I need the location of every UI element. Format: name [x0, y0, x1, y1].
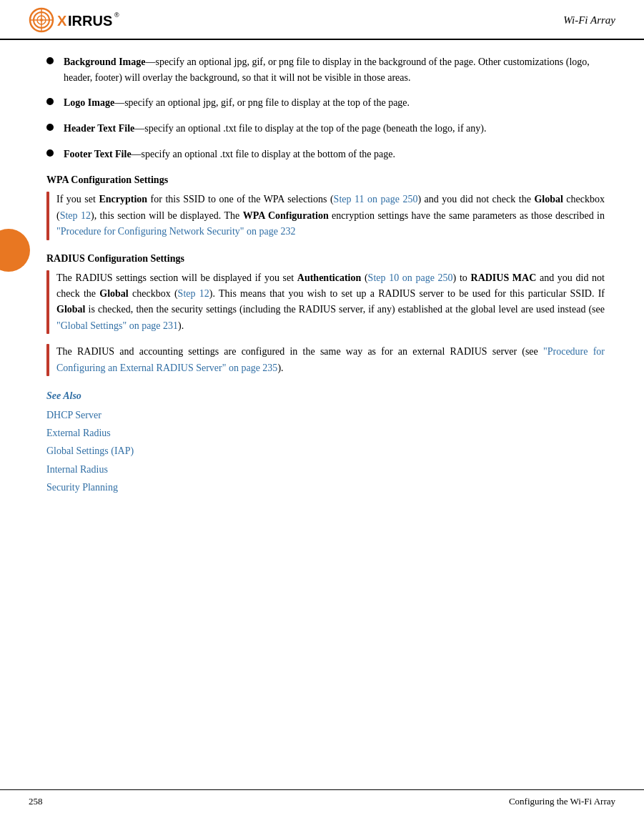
radius-end: ).: [178, 320, 184, 331]
list-item: Background Image—specify an optional jpg…: [46, 54, 605, 85]
see-also-section: See Also DHCP Server External Radius Glo…: [46, 390, 605, 496]
bullet-term: Logo Image: [64, 97, 114, 108]
see-also-link-security-planning[interactable]: Security Planning: [46, 478, 605, 496]
logo-area: X IRRUS ®: [29, 7, 122, 33]
wpa-block: If you set Encryption for this SSID to o…: [46, 192, 605, 240]
wpa-bold2: Global: [534, 194, 563, 205]
wpa-mid2: ) and you did not check the: [417, 194, 534, 205]
wpa-bold1: Encryption: [99, 194, 147, 205]
page-number: 258: [29, 796, 43, 807]
bullet-dot: [46, 149, 54, 157]
wpa-text-start: If you set: [56, 194, 99, 205]
bullet-term: Footer Text File: [64, 149, 132, 159]
bullet-dot: [46, 98, 54, 105]
list-item: Footer Text File—specify an optional .tx…: [46, 147, 605, 162]
main-content: Background Image—specify an optional jpg…: [0, 40, 644, 511]
wpa-link3[interactable]: "Procedure for Configuring Network Secur…: [56, 226, 296, 237]
wpa-link2[interactable]: Step 12: [60, 210, 91, 221]
radius-block2: The RADIUS and accounting settings are c…: [46, 344, 605, 376]
radius-block1: The RADIUS settings section will be disp…: [46, 270, 605, 335]
bullet-text: Footer Text File—specify an optional .tx…: [64, 147, 605, 162]
radius2-start: The RADIUS and accounting settings are c…: [56, 346, 543, 357]
red-bar-wpa: [46, 192, 49, 240]
radius-bold2: RADIUS MAC: [471, 272, 537, 283]
svg-text:X: X: [57, 13, 67, 29]
red-bar-radius1: [46, 270, 49, 335]
wpa-bold3: WPA Configuration: [243, 210, 329, 221]
radius-mid6: is checked, then the security settings (…: [85, 304, 605, 315]
see-also-link-internal-radius[interactable]: Internal Radius: [46, 460, 605, 478]
footer-section: Configuring the Wi-Fi Array: [509, 796, 615, 807]
red-bar-radius2: [46, 344, 49, 376]
wpa-mid1: for this SSID to one of the WPA selectio…: [147, 194, 334, 205]
page-footer: 258 Configuring the Wi-Fi Array: [0, 789, 644, 813]
header-title: Wi-Fi Array: [563, 14, 615, 26]
xirrus-logo-icon: X IRRUS ®: [29, 7, 122, 33]
radius-text-start: The RADIUS settings section will be disp…: [56, 272, 297, 283]
radius-mid5: ). This means that you wish to set up a …: [209, 288, 605, 299]
radius-link1[interactable]: Step 10 on page 250: [368, 272, 453, 283]
radius-para2: The RADIUS and accounting settings are c…: [56, 344, 605, 376]
bullet-desc: —specify an optional .txt file to displa…: [132, 149, 395, 159]
svg-text:IRRUS: IRRUS: [68, 13, 112, 29]
wpa-link1[interactable]: Step 11 on page 250: [334, 194, 418, 205]
radius-bold1: Authentication: [297, 272, 361, 283]
radius-link3[interactable]: "Global Settings" on page 231: [56, 320, 178, 331]
page-header: X IRRUS ® Wi-Fi Array: [0, 0, 644, 40]
wpa-heading: WPA Configuration Settings: [46, 174, 605, 186]
radius-mid4: checkbox (: [129, 288, 178, 299]
radius2-end: ).: [277, 363, 283, 373]
bullet-dot: [46, 57, 54, 64]
bullet-desc: —specify an optional .txt file to displa…: [134, 123, 486, 134]
bullet-term: Header Text File: [64, 123, 134, 134]
wpa-paragraph: If you set Encryption for this SSID to o…: [56, 192, 605, 240]
bullet-text: Background Image—specify an optional jpg…: [64, 54, 605, 85]
bullet-dot: [46, 124, 54, 131]
radius-bold3: Global: [99, 288, 128, 299]
bullet-text: Header Text File—specify an optional .tx…: [64, 121, 605, 137]
bullet-term: Background Image: [64, 56, 145, 67]
radius-link2[interactable]: Step 12: [178, 288, 209, 299]
see-also-link-global-settings[interactable]: Global Settings (IAP): [46, 442, 605, 460]
radius-para1: The RADIUS settings section will be disp…: [56, 270, 605, 335]
radius-bold4: Global: [56, 304, 85, 315]
svg-text:®: ®: [114, 11, 119, 19]
wpa-mid4: ), this section will be displayed. The: [91, 210, 243, 221]
see-also-heading: See Also: [46, 390, 605, 402]
radius-heading: RADIUS Configuration Settings: [46, 253, 605, 265]
list-item: Header Text File—specify an optional .tx…: [46, 121, 605, 137]
bullet-list: Background Image—specify an optional jpg…: [46, 54, 605, 162]
list-item: Logo Image—specify an optional jpg, gif,…: [46, 95, 605, 111]
see-also-link-dhcp[interactable]: DHCP Server: [46, 406, 605, 424]
wpa-mid5: encryption settings have the same parame…: [329, 210, 605, 221]
radius-mid1: (: [361, 272, 367, 283]
bullet-desc: —specify an optional jpg, gif, or png fi…: [114, 97, 410, 108]
bullet-text: Logo Image—specify an optional jpg, gif,…: [64, 95, 605, 111]
see-also-link-external-radius[interactable]: External Radius: [46, 424, 605, 442]
radius-mid2: ) to: [453, 272, 471, 283]
